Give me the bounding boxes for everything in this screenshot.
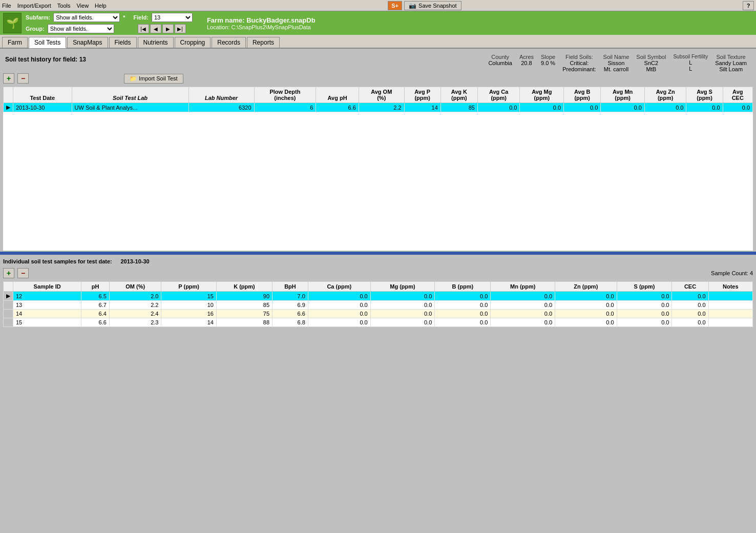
menu-file[interactable]: File bbox=[2, 3, 11, 9]
nav-first-button[interactable]: |◀ bbox=[138, 24, 149, 33]
lower-toolbar: + − Sample Count: 4 bbox=[3, 267, 753, 279]
s-header: S (ppm) bbox=[617, 282, 672, 292]
avg-s-header: Avg S(ppm) bbox=[686, 87, 723, 103]
cec-header: CEC bbox=[672, 282, 708, 292]
lab-number-header: Lab Number bbox=[188, 87, 254, 103]
nav-prev-button[interactable]: ◀ bbox=[150, 24, 161, 33]
p-cell: 16 bbox=[161, 310, 216, 318]
menu-bar: File Import/Export Tools View Help S+ 📷 … bbox=[0, 0, 756, 11]
upper-section: Soil test history for field: 13 County C… bbox=[0, 49, 756, 252]
mg-cell: 0.0 bbox=[370, 318, 435, 327]
lower-section: Individual soil test samples for test da… bbox=[0, 253, 756, 328]
lower-section-test-date: 2013-10-30 bbox=[120, 258, 149, 264]
tab-fields[interactable]: Fields bbox=[109, 37, 137, 48]
row-indicator: ▶ bbox=[4, 103, 13, 112]
subsoil-header: Subsoil Fertility bbox=[673, 54, 708, 59]
menu-view[interactable]: View bbox=[76, 3, 89, 9]
tab-snapmaps[interactable]: SnapMaps bbox=[67, 37, 108, 48]
s-cell: 0.0 bbox=[617, 292, 672, 301]
nav-next-button[interactable]: ▶ bbox=[162, 24, 174, 33]
lower-title: Individual soil test samples for test da… bbox=[3, 258, 150, 265]
tab-reports[interactable]: Reports bbox=[247, 37, 280, 48]
field-soils-header: Field Soils: bbox=[562, 54, 596, 60]
avg-ph-header: Avg pH bbox=[316, 87, 359, 103]
row-indicator bbox=[4, 301, 13, 310]
test-date-header: Test Date bbox=[13, 87, 72, 103]
soil-name-header: Soil Name bbox=[603, 54, 629, 60]
soil-symbol-header: Soil Symbol bbox=[636, 54, 666, 60]
avg-p-header: Avg P(ppm) bbox=[404, 87, 440, 103]
soil-name-col: Soil Name Sisson Mt. carroll bbox=[603, 54, 629, 72]
ph-cell: 6.4 bbox=[81, 310, 110, 318]
om-cell: 2.4 bbox=[109, 310, 161, 318]
soil-symbol-col: Soil Symbol SnC2 MtB bbox=[636, 54, 666, 72]
app-icon: S+ bbox=[388, 1, 402, 10]
nav-last-button[interactable]: ▶| bbox=[175, 24, 186, 33]
menu-tools[interactable]: Tools bbox=[57, 3, 71, 9]
menu-import-export[interactable]: Import/Export bbox=[17, 3, 51, 9]
group-label: Group: bbox=[26, 26, 45, 32]
add-sample-button[interactable]: + bbox=[3, 268, 14, 278]
k-cell: 88 bbox=[216, 318, 272, 327]
import-soil-test-button[interactable]: 📁 Import Soil Test bbox=[124, 74, 183, 84]
remove-sample-button[interactable]: − bbox=[17, 268, 29, 278]
sample-id-header: Sample ID bbox=[13, 282, 81, 292]
avg-mg-header: Avg Mg(ppm) bbox=[520, 87, 564, 103]
table-row[interactable]: 136.72.210856.90.00.00.00.00.00.00.0 bbox=[4, 301, 753, 310]
tab-soil-tests[interactable]: Soil Tests bbox=[29, 37, 66, 48]
tab-nutrients[interactable]: Nutrients bbox=[138, 37, 174, 48]
notes-header: Notes bbox=[708, 282, 752, 292]
folder-icon: 📁 bbox=[130, 75, 137, 82]
county-col: County Columbia bbox=[488, 54, 512, 66]
save-snapshot-button[interactable]: 📷 Save Snapshot bbox=[404, 1, 461, 10]
cec-cell: 0.0 bbox=[672, 310, 708, 318]
table-row[interactable]: 156.62.314886.80.00.00.00.00.00.00.0 bbox=[4, 318, 753, 327]
mg-cell: 0.0 bbox=[370, 292, 435, 301]
b-cell: 0.0 bbox=[435, 292, 491, 301]
mn-cell: 0.0 bbox=[491, 310, 555, 318]
tab-cropping[interactable]: Cropping bbox=[175, 37, 211, 48]
bph-cell: 6.6 bbox=[272, 310, 308, 318]
help-button[interactable]: ? bbox=[743, 1, 754, 10]
notes-cell bbox=[708, 301, 752, 310]
field-select[interactable]: 13 bbox=[152, 13, 193, 22]
s-cell: 0.0 bbox=[617, 310, 672, 318]
ph-cell: 6.7 bbox=[81, 301, 110, 310]
table-row[interactable]: 146.42.416756.60.00.00.00.00.00.00.0 bbox=[4, 310, 753, 318]
menu-help[interactable]: Help bbox=[95, 3, 107, 9]
p-header: P (ppm) bbox=[161, 282, 216, 292]
avg-s-cell: 0.0 bbox=[686, 103, 723, 112]
soil-symbol-predominant: MtB bbox=[636, 66, 666, 72]
ph-cell: 6.6 bbox=[81, 318, 110, 327]
tab-farm[interactable]: Farm bbox=[2, 37, 28, 48]
asterisk-indicator: * bbox=[123, 14, 125, 20]
soil-test-lab-header: Soil Test Lab bbox=[72, 87, 188, 103]
cec-cell: 0.0 bbox=[672, 292, 708, 301]
p-cell: 10 bbox=[161, 301, 216, 310]
table-row[interactable]: ▶126.52.015907.00.00.00.00.00.00.00.0 bbox=[4, 292, 753, 301]
remove-test-button[interactable]: − bbox=[17, 73, 29, 84]
sample-count-value: 4 bbox=[750, 270, 753, 276]
ca-header: Ca (ppm) bbox=[308, 282, 370, 292]
group-select[interactable]: Show all fields. bbox=[48, 24, 114, 33]
sample-id-cell: 12 bbox=[13, 292, 81, 301]
add-test-button[interactable]: + bbox=[3, 73, 14, 84]
tab-records[interactable]: Records bbox=[212, 37, 246, 48]
zn-header: Zn (ppm) bbox=[555, 282, 617, 292]
mg-header: Mg (ppm) bbox=[370, 282, 435, 292]
subfarm-select[interactable]: Show all fields. bbox=[53, 13, 120, 22]
lower-title-row: Individual soil test samples for test da… bbox=[3, 258, 753, 265]
field-soils-critical-label: Critical: bbox=[562, 60, 596, 66]
ca-cell: 0.0 bbox=[308, 292, 370, 301]
avg-om-cell: 2.2 bbox=[359, 103, 404, 112]
s-cell: 0.0 bbox=[617, 318, 672, 327]
mn-cell: 0.0 bbox=[491, 318, 555, 327]
upper-table: Test Date Soil Test Lab Lab Number Plow … bbox=[3, 87, 753, 112]
row-indicator bbox=[4, 310, 13, 318]
camera-icon: 📷 bbox=[409, 2, 416, 9]
subsoil-critical: L bbox=[673, 59, 708, 66]
table-row[interactable]: ▶2013-10-30UW Soil & Plant Analys...6320… bbox=[4, 103, 753, 112]
avg-b-header: Avg B(ppm) bbox=[564, 87, 601, 103]
field-area: Field: 13 |◀ ◀ ▶ ▶| bbox=[134, 13, 193, 33]
soil-name-predominant: Mt. carroll bbox=[603, 66, 629, 72]
